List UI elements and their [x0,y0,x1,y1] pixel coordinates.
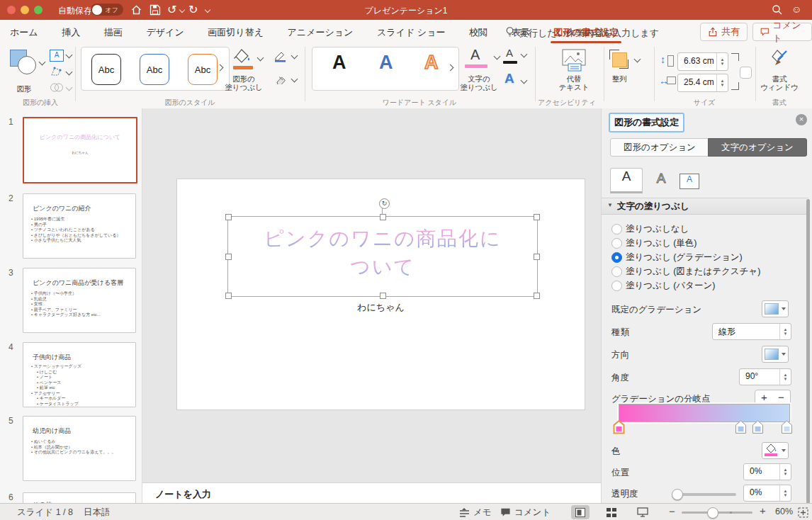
slideshow-button[interactable] [633,505,652,519]
shape-fill-bucket-icon[interactable] [234,48,251,64]
resize-handle-s[interactable] [380,293,386,299]
transparency-slider-track[interactable] [674,493,736,496]
tell-me-input[interactable]: 実行したい作業内容を入力します [519,27,659,40]
slide-thumbnail-6[interactable]: その他。。。 [23,492,136,503]
shape-outline-pen-icon[interactable] [274,50,288,62]
gradient-stop-3[interactable] [752,420,764,434]
shape-effects-chevron-icon[interactable] [291,76,298,83]
stop-color-dropdown[interactable] [762,442,789,459]
radio-icon[interactable] [611,266,622,277]
tab-home[interactable]: ホーム [10,20,38,45]
radio-icon[interactable] [611,281,622,291]
slide-thumbnail-1[interactable]: ピンクのワニの商品化について わにちゃん [23,117,137,183]
fill-option-picture[interactable]: 塗りつぶし (図またはテクスチャ) [602,264,808,278]
shape-style-blue[interactable]: Abc [140,54,169,85]
tab-design[interactable]: デザイン [146,20,184,45]
shape-effects-eraser-icon[interactable] [274,74,288,84]
edit-shape-icon[interactable] [50,66,62,77]
angle-stepper[interactable]: ▲▼ [779,369,791,385]
textbox-chevron-icon[interactable] [66,52,73,59]
share-button[interactable]: 共有 [700,23,748,41]
gradient-type-select[interactable]: 線形 ▲▼ [712,323,791,340]
memo-label[interactable]: メモ [473,507,492,519]
slide-thumbnail-5[interactable]: 幼児向け商品 • ぬいぐるみ• 絵本（読み聞かせ）• その他玩具にピンクのワニを… [23,416,136,481]
pane-scrollbar[interactable] [806,199,810,504]
rotate-handle[interactable]: ↻ [379,198,390,209]
normal-view-button[interactable] [571,505,590,519]
lock-aspect-checkbox[interactable] [740,67,752,79]
fill-option-gradient[interactable]: 塗りつぶし (グラデーション) [602,250,808,264]
pane-tab-text-options[interactable]: 文字のオプション [708,138,807,157]
fill-option-none[interactable]: 塗りつぶしなし [602,222,808,236]
fill-option-pattern[interactable]: 塗りつぶし (パターン) [602,278,808,293]
close-pane-icon[interactable]: × [796,114,807,125]
resize-handle-ne[interactable] [534,214,540,220]
fit-to-window-icon[interactable] [798,507,808,518]
resize-handle-e[interactable] [534,254,540,260]
zoom-slider-thumb[interactable] [707,507,718,519]
resize-handle-w[interactable] [225,254,232,260]
text-effects-A-icon[interactable]: A [504,71,514,86]
slide-thumbnail-4[interactable]: 子供向け商品 • ステーショナリーグッズ• けしごむ• ノート• ペンケース• … [23,342,136,407]
resize-handle-se[interactable] [534,293,540,299]
radio-selected-icon[interactable] [611,252,622,263]
wordart-style-blue[interactable]: A [379,52,393,74]
shape-style-orange[interactable]: Abc [188,54,218,85]
search-icon[interactable] [772,4,783,16]
tab-transitions[interactable]: 画面切り替え [208,20,264,45]
gradient-direction-dropdown[interactable] [762,346,789,363]
slide-thumbnail-3[interactable]: ピンクのワニ商品が受ける客層 • 子供向け（〜小学生）• 乳幼児• 女性• 親子… [23,268,136,333]
feedback-smiley-icon[interactable]: ☺ [791,4,801,15]
width-stepper[interactable]: ▲▼ [716,74,728,91]
insert-shapes-button[interactable] [9,48,40,77]
tab-slideshow[interactable]: スライド ショー [377,20,445,45]
memo-icon[interactable] [459,508,470,517]
text-effects-chevron-icon[interactable] [521,77,528,84]
shape-width-input[interactable]: 25.4 cm ▲▼ [677,74,728,92]
shape-outline-chevron-icon[interactable] [291,52,298,60]
radio-icon[interactable] [611,224,622,234]
fill-option-solid[interactable]: 塗りつぶし (単色) [602,236,808,250]
shapes-chevron-icon[interactable] [39,59,46,66]
notes-area[interactable]: ノートを入力 [142,482,601,504]
language-status[interactable]: 日本語 [84,507,111,519]
merge-shapes-icon[interactable] [50,82,64,93]
tab-animations[interactable]: アニメーション [288,20,354,45]
edit-shape-chevron-icon[interactable] [66,69,73,76]
transparency-input[interactable]: 0% ▲▼ [743,485,791,502]
text-fill-A-icon[interactable]: A [470,47,480,63]
section-text-fill[interactable]: ▼ 文字の塗りつぶし [602,198,808,215]
gradient-stop-1-selected[interactable] [613,420,625,434]
wordart-style-black[interactable]: A [332,52,346,74]
transparency-stepper[interactable]: ▲▼ [779,485,791,501]
stop-position-input[interactable]: 0% ▲▼ [743,463,791,480]
text-outline-A-icon[interactable]: A [506,47,513,59]
subtab-text-fill[interactable]: A [610,168,643,193]
zoom-out-button[interactable]: − [669,505,675,517]
subtab-text-effects[interactable]: A [648,171,674,191]
slide-editing-area[interactable]: ↻ ピンクのワニの商品化について わにちゃん [177,179,585,409]
type-select-arrows[interactable]: ▲▼ [779,324,791,339]
zoom-in-button[interactable]: + [760,504,766,516]
format-pane-brush-icon[interactable] [769,48,789,69]
slide-subtitle-text[interactable]: わにちゃん [177,301,585,314]
slide-sorter-button[interactable] [602,505,621,519]
text-fill-chevron-icon[interactable] [494,53,501,60]
arrange-button[interactable] [609,50,629,69]
transparency-slider-thumb[interactable] [672,489,683,500]
comment-status-label[interactable]: コメント [514,507,551,519]
text-outline-chevron-icon[interactable] [521,51,528,58]
resize-handle-n[interactable] [380,214,386,220]
preset-gradient-dropdown[interactable] [762,300,789,317]
textbox-icon[interactable]: A [50,50,64,62]
slide-thumbnail-2[interactable]: ピンクのワニの紹介 • 1995年春に誕生• 男の子• ツチノコといわれたことが… [23,193,136,259]
resize-handle-sw[interactable] [225,293,232,299]
position-stepper[interactable]: ▲▼ [779,464,791,480]
slide-title-text[interactable]: ピンクのワニの商品化について [232,225,534,281]
shape-style-black[interactable]: Abc [91,54,121,85]
gradient-bar[interactable] [619,404,790,422]
comments-button[interactable]: コメント [752,23,812,41]
zoom-percent[interactable]: 60% [775,507,793,516]
tab-draw[interactable]: 描画 [104,20,123,45]
title-textbox-selection[interactable]: ↻ ピンクのワニの商品化について [227,216,538,297]
